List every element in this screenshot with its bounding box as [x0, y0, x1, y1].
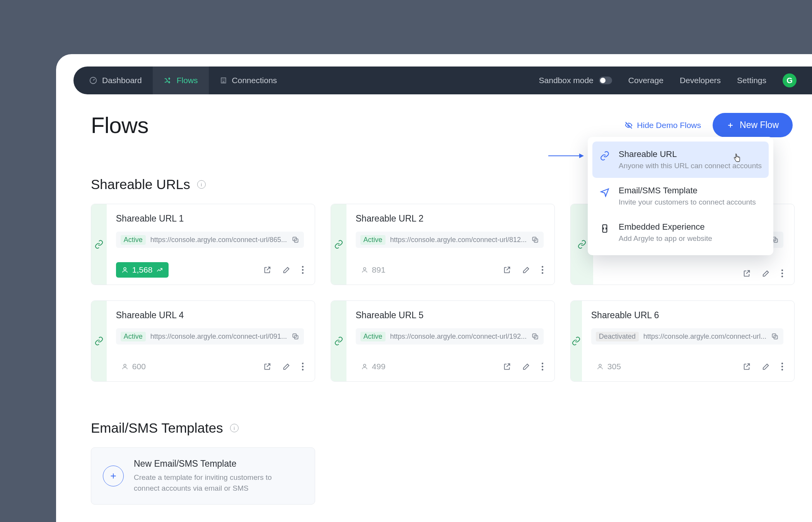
- shareable-url-card[interactable]: Shareable URL 2Activehttps://console.arg…: [331, 204, 555, 285]
- page-body: Flows Hide Demo Flows New Flow: [91, 112, 812, 505]
- shareable-url-card[interactable]: Shareable URL 1Activehttps://console.arg…: [91, 204, 315, 285]
- card-actions: [263, 266, 304, 274]
- sandbox-toggle[interactable]: [599, 77, 612, 84]
- info-icon[interactable]: i: [230, 424, 239, 432]
- link-icon: [334, 336, 343, 346]
- svg-point-8: [302, 272, 304, 274]
- copy-icon[interactable]: [531, 236, 539, 244]
- nav-link-settings[interactable]: Settings: [737, 76, 766, 85]
- card-actions: [503, 362, 544, 371]
- svg-point-37: [781, 369, 783, 370]
- status-badge: Active: [121, 332, 146, 341]
- svg-point-22: [124, 364, 126, 367]
- more-icon[interactable]: [541, 362, 544, 371]
- svg-point-30: [542, 366, 543, 367]
- card-footer: 305: [591, 359, 783, 374]
- more-icon[interactable]: [302, 266, 304, 274]
- page-header: Flows Hide Demo Flows New Flow: [91, 112, 812, 138]
- hide-demo-flows-button[interactable]: Hide Demo Flows: [624, 121, 701, 130]
- cursor-icon: [733, 153, 741, 162]
- template-card-sub: Create a template for inviting customers…: [134, 472, 273, 493]
- svg-point-36: [781, 366, 783, 367]
- status-badge: Active: [360, 332, 386, 341]
- nav-tab-connections[interactable]: Connections: [209, 67, 288, 94]
- edit-icon[interactable]: [282, 266, 291, 274]
- url-text: https://console.argyle.com/connect-url/8…: [390, 236, 527, 244]
- new-flow-button[interactable]: New Flow: [713, 113, 793, 137]
- card-title: Shareable URL 2: [356, 213, 544, 224]
- card-title: Shareable URL 5: [356, 310, 544, 321]
- more-icon[interactable]: [302, 362, 304, 371]
- edit-icon[interactable]: [762, 269, 770, 278]
- dropdown-item-email-sms[interactable]: Email/SMS Template Invite your customers…: [592, 178, 769, 214]
- edit-icon[interactable]: [282, 362, 291, 371]
- shareable-url-card[interactable]: Shareable URL 5Activehttps://console.arg…: [331, 300, 555, 382]
- copy-icon[interactable]: [531, 333, 539, 340]
- shareable-url-card[interactable]: Shareable URL 4Activehttps://console.arg…: [91, 300, 315, 382]
- section-header: Email/SMS Templates i: [91, 420, 812, 436]
- card-footer: 600: [116, 359, 304, 374]
- app-window: Dashboard Flows Connections Sandbox mode: [56, 54, 812, 522]
- embed-icon: [599, 223, 610, 234]
- status-badge: Active: [121, 235, 146, 245]
- dropdown-item-embedded[interactable]: Embedded Experience Add Argyle to app or…: [592, 214, 769, 251]
- avatar-initial: G: [786, 76, 793, 85]
- more-icon[interactable]: [781, 269, 783, 278]
- card-body: Shareable URL 4Activehttps://console.arg…: [107, 301, 315, 381]
- nav-link-developers[interactable]: Developers: [680, 76, 721, 85]
- svg-point-14: [542, 272, 543, 274]
- user-count-chip: 305: [591, 359, 626, 374]
- status-badge: Deactivated: [596, 332, 639, 341]
- copy-icon[interactable]: [771, 333, 779, 340]
- edit-icon[interactable]: [522, 362, 531, 371]
- nav-label: Dashboard: [102, 76, 142, 85]
- copy-icon[interactable]: [292, 333, 299, 340]
- dropdown-item-shareable-url[interactable]: Shareable URL Anyone with this URL can c…: [592, 142, 769, 178]
- svg-point-29: [542, 363, 543, 364]
- svg-point-23: [302, 363, 304, 364]
- edit-icon[interactable]: [762, 362, 770, 371]
- shareable-url-card[interactable]: Shareable URL 6Deactivatedhttps://consol…: [570, 300, 795, 382]
- svg-point-24: [302, 366, 304, 367]
- url-text: https://console.argyle.com/connect-url/0…: [150, 333, 287, 341]
- avatar[interactable]: G: [783, 73, 797, 87]
- card-accent: [571, 301, 582, 381]
- new-template-card[interactable]: New Email/SMS Template Create a template…: [91, 447, 315, 505]
- shuffle-icon: [164, 76, 172, 85]
- url-row: Activehttps://console.argyle.com/connect…: [356, 328, 544, 345]
- dropdown-sub: Invite your customers to connect account…: [619, 198, 756, 206]
- user-count: 1,568: [132, 265, 153, 275]
- open-external-icon[interactable]: [503, 362, 511, 371]
- edit-icon[interactable]: [522, 266, 531, 274]
- card-body: Shareable URL 1Activehttps://console.arg…: [107, 204, 315, 285]
- open-external-icon[interactable]: [263, 362, 271, 371]
- svg-point-31: [542, 369, 543, 370]
- card-body: Shareable URL 5Activehttps://console.arg…: [346, 301, 554, 381]
- nav-tab-dashboard[interactable]: Dashboard: [73, 67, 153, 94]
- gauge-icon: [89, 76, 97, 85]
- svg-point-13: [542, 269, 543, 271]
- open-external-icon[interactable]: [263, 266, 271, 274]
- top-navbar: Dashboard Flows Connections Sandbox mode: [73, 67, 812, 94]
- card-title: Shareable URL 1: [116, 213, 304, 224]
- more-icon[interactable]: [541, 266, 544, 274]
- info-icon[interactable]: i: [197, 180, 206, 189]
- open-external-icon[interactable]: [742, 269, 751, 278]
- toggle-knob: [600, 78, 606, 83]
- user-count: 499: [372, 362, 386, 371]
- url-text: https://console.argyle.com/connect-url/1…: [390, 333, 527, 341]
- new-flow-dropdown: Shareable URL Anyone with this URL can c…: [588, 137, 773, 255]
- more-icon[interactable]: [781, 362, 783, 371]
- open-external-icon[interactable]: [503, 266, 511, 274]
- link-icon: [599, 151, 610, 161]
- card-title: Shareable URL 6: [591, 310, 783, 321]
- svg-point-19: [781, 276, 783, 277]
- url-row: Activehttps://console.argyle.com/connect…: [356, 232, 544, 248]
- nav-tab-flows[interactable]: Flows: [153, 67, 209, 94]
- svg-point-7: [302, 269, 304, 271]
- copy-icon[interactable]: [292, 236, 299, 244]
- hide-demo-label: Hide Demo Flows: [637, 121, 701, 130]
- open-external-icon[interactable]: [742, 362, 751, 371]
- dropdown-text: Embedded Experience Add Argyle to app or…: [619, 222, 712, 243]
- nav-link-coverage[interactable]: Coverage: [628, 76, 664, 85]
